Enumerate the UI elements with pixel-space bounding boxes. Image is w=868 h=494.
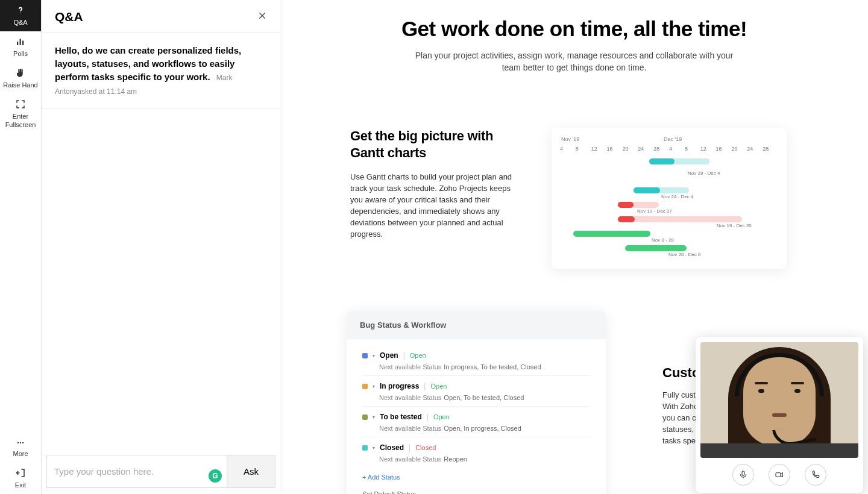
exit-icon	[15, 467, 26, 478]
qa-title: Q&A	[55, 10, 83, 24]
workflow-item: ▾ Open | Open Next available StatusIn pr…	[362, 345, 590, 376]
close-icon[interactable]	[257, 11, 267, 23]
svg-rect-1	[17, 42, 18, 45]
workflow-list: ▾ Open | Open Next available StatusIn pr…	[347, 339, 606, 490]
gantt-caption: Nov 28 - Dec 4	[688, 170, 720, 176]
rail-more[interactable]: More	[0, 434, 41, 463]
gantt-row: Nov 8 - 28	[560, 229, 778, 241]
workflow-header: Bug Status & Workflow	[347, 311, 606, 339]
svg-point-6	[22, 442, 24, 443]
rail-qa-label: Q&A	[13, 18, 27, 27]
next-status-label: Next available Status	[379, 425, 441, 432]
gantt-day: 16	[716, 146, 732, 152]
gantt-caption: Nov 24 - Dec 4	[661, 194, 693, 199]
mic-icon	[738, 470, 748, 480]
rail-raise-hand[interactable]: Raise Hand	[0, 63, 41, 94]
pip-controls	[700, 458, 858, 488]
gantt-month-2: Dec '19	[664, 136, 682, 142]
video-pip[interactable]	[696, 337, 863, 493]
left-rail: Q&A Polls Raise Hand Enter Fullscreen Mo…	[0, 0, 42, 494]
rail-exit-label: Exit	[15, 481, 26, 489]
gantt-body: Use Gantt charts to build your project p…	[350, 171, 513, 240]
status-name: Closed	[380, 443, 404, 452]
bar-chart-icon	[15, 36, 26, 47]
status-color-icon	[362, 445, 368, 451]
svg-point-0	[20, 13, 21, 14]
chevron-down-icon[interactable]: ▾	[373, 445, 375, 451]
chevron-down-icon[interactable]: ▾	[373, 414, 375, 420]
rail-polls[interactable]: Polls	[0, 31, 41, 63]
gantt-card: Nov '19 Dec '19 4 8 12 16 20 24 28 4 8 1…	[552, 128, 787, 269]
next-status-value: Open, To be tested, Closed	[444, 394, 524, 401]
gantt-row: Nov 28 - Dec 4	[560, 171, 778, 183]
camera-button[interactable]	[769, 464, 790, 486]
dots-icon	[15, 439, 26, 447]
svg-rect-8	[776, 473, 781, 477]
gantt-day: 12	[700, 146, 716, 152]
status-tag: Open	[430, 383, 447, 390]
next-status-label: Next available Status	[379, 363, 441, 370]
next-status-value: Reopen	[444, 455, 467, 463]
status-tag: Closed	[415, 444, 436, 451]
qa-question: Hello, do we can create personalized fie…	[42, 33, 280, 108]
status-color-icon	[362, 353, 368, 358]
gantt-day: 4	[669, 146, 685, 152]
gantt-day: 20	[731, 146, 747, 152]
workflow-item: ▾ Closed | Closed Next available StatusR…	[362, 437, 590, 467]
rail-exit[interactable]: Exit	[0, 463, 41, 494]
status-name: Open	[380, 351, 398, 360]
gantt-day: 8	[576, 146, 591, 152]
gantt-day: 12	[591, 146, 607, 152]
question-icon	[15, 5, 26, 16]
hero: Get work done on time, all the time! Pla…	[280, 0, 868, 73]
gantt-row: Nov 24 - Dec 4	[560, 186, 778, 198]
status-name: In progress	[380, 382, 419, 390]
qa-input-wrap	[46, 455, 227, 488]
gantt-day: 28	[763, 146, 778, 152]
gantt-caption: Nov 20 - Dec 6	[668, 252, 700, 257]
rail-qa[interactable]: Q&A	[0, 0, 41, 31]
gantt-day: 20	[622, 146, 638, 152]
status-tag: Open	[410, 352, 426, 359]
gantt-block: Get the big picture with Gantt charts Us…	[280, 128, 868, 269]
presenter-video	[700, 342, 858, 458]
mic-button[interactable]	[732, 464, 754, 486]
grammarly-icon[interactable]	[209, 469, 222, 483]
next-status-label: Next available Status	[379, 455, 441, 463]
hand-icon	[15, 67, 26, 78]
ask-button[interactable]: Ask	[227, 455, 275, 488]
svg-point-4	[17, 442, 19, 443]
workflow-item: ▾ To be tested | Open Next available Sta…	[362, 407, 590, 437]
gantt-caption: Nov 19 - Dec 20	[717, 223, 752, 228]
gantt-row: Nov 20 - Dec 6	[560, 243, 778, 255]
qa-header: Q&A	[42, 0, 280, 33]
hero-sub: Plan your project activities, assign wor…	[406, 49, 743, 73]
add-status-link[interactable]: + Add Status	[362, 467, 590, 487]
svg-rect-2	[20, 39, 21, 46]
gantt-caption: Nov 8 - 28	[652, 237, 674, 243]
workflow-card: Bug Status & Workflow ▾ Open | Open Next…	[347, 311, 606, 494]
next-status-value: Open, In progress, Closed	[444, 425, 521, 432]
rail-more-label: More	[13, 449, 28, 458]
gantt-row: Nov 19 - Dec 27	[560, 200, 778, 212]
phone-button[interactable]	[805, 464, 826, 486]
next-status-value: In progress, To be tested, Closed	[444, 363, 541, 370]
svg-point-5	[20, 442, 21, 443]
hero-title: Get work done on time, all the time!	[280, 17, 868, 41]
chevron-down-icon[interactable]: ▾	[373, 353, 375, 358]
gantt-day: 24	[747, 146, 763, 152]
gantt-title: Get the big picture with Gantt charts	[350, 128, 513, 161]
gantt-day: 28	[653, 146, 669, 152]
qa-input[interactable]	[53, 455, 221, 487]
status-tag: Open	[433, 413, 450, 421]
rail-fullscreen-label: Enter Fullscreen	[2, 112, 39, 129]
chevron-down-icon[interactable]: ▾	[373, 384, 375, 389]
camera-icon	[774, 470, 785, 480]
status-color-icon	[362, 384, 368, 389]
gantt-day: 4	[560, 146, 576, 152]
gantt-months: Nov '19 Dec '19	[560, 136, 778, 142]
gantt-row: Nov 19 - Dec 20	[560, 214, 778, 227]
qa-question-text: Hello, do we can create personalized fie…	[55, 45, 241, 82]
rail-fullscreen[interactable]: Enter Fullscreen	[0, 94, 41, 134]
svg-rect-7	[742, 471, 744, 475]
